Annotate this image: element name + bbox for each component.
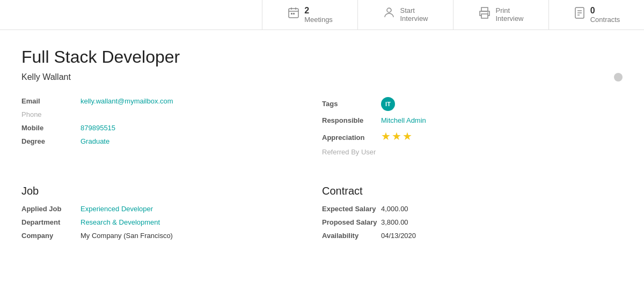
printer-icon (478, 6, 491, 23)
email-label: Email (21, 97, 80, 105)
meta-section: Tags IT Responsible Mitchell Admin Appre… (322, 97, 623, 161)
availability-value: 04/13/2020 (381, 232, 416, 240)
svg-rect-4 (291, 13, 292, 14)
appreciation-row: Appreciation ★ ★ ★ (322, 130, 590, 143)
department-label: Department (21, 218, 80, 226)
degree-label: Degree (21, 137, 80, 145)
email-row: Email kelly.wallant@mymailbox.com (21, 97, 290, 105)
phone-label: Phone (21, 110, 80, 118)
contract-heading: Contract (322, 185, 590, 197)
applied-job-row: Applied Job Experienced Developer (21, 205, 290, 213)
contract-section: Contract Expected Salary 4,000.00 Propos… (322, 170, 623, 245)
status-indicator (614, 73, 623, 81)
availability-row: Availability 04/13/2020 (322, 232, 590, 240)
star-2: ★ (392, 130, 401, 143)
mobile-row: Mobile 879895515 (21, 124, 290, 132)
print-interview-button[interactable]: Print Interview (453, 0, 548, 29)
expected-salary-label: Expected Salary (322, 205, 381, 213)
job-heading: Job (21, 185, 290, 197)
print-interview-line2: Interview (495, 14, 523, 23)
tags-label: Tags (322, 100, 381, 108)
expected-salary-value: 4,000.00 (381, 205, 408, 213)
tag-it-badge[interactable]: IT (381, 97, 395, 111)
svg-rect-7 (481, 8, 488, 11)
job-section: Job Applied Job Experienced Developer De… (21, 170, 322, 245)
applied-job-value[interactable]: Experienced Developer (80, 205, 153, 213)
meetings-count: 2 (304, 5, 309, 16)
responsible-value[interactable]: Mitchell Admin (381, 116, 426, 124)
degree-row: Degree Graduate (21, 137, 290, 145)
company-value: My Company (San Francisco) (80, 232, 173, 240)
top-bar: 2 Meetings Start Interview Print (0, 0, 644, 30)
company-label: Company (21, 232, 80, 240)
referred-row: Referred By User (322, 148, 590, 156)
print-interview-line1: Print (495, 6, 510, 15)
svg-point-6 (387, 8, 391, 12)
referred-label: Referred By User (322, 148, 381, 156)
phone-row: Phone (21, 110, 290, 118)
contact-section: Email kelly.wallant@mymailbox.com Phone … (21, 97, 322, 161)
meetings-label: Meetings (304, 16, 333, 24)
meetings-button[interactable]: 2 Meetings (262, 0, 357, 29)
expected-salary-row: Expected Salary 4,000.00 (322, 205, 590, 213)
contracts-button[interactable]: 0 Contracts (548, 0, 644, 29)
degree-value[interactable]: Graduate (80, 137, 109, 145)
calendar-icon (287, 6, 300, 23)
availability-label: Availability (322, 232, 381, 240)
person-icon (383, 6, 396, 23)
mobile-value[interactable]: 879895515 (80, 124, 115, 132)
bottom-grid: Job Applied Job Experienced Developer De… (21, 170, 623, 245)
responsible-row: Responsible Mitchell Admin (322, 116, 590, 124)
applied-job-label: Applied Job (21, 205, 80, 213)
svg-point-9 (487, 12, 488, 13)
start-interview-line1: Start (400, 6, 414, 15)
proposed-salary-value: 3,800.00 (381, 218, 408, 226)
start-interview-button[interactable]: Start Interview (357, 0, 453, 29)
star-1: ★ (381, 130, 391, 143)
candidate-name: Kelly Wallant (21, 72, 623, 82)
main-content: Full Stack Developer Kelly Wallant Email… (0, 30, 644, 262)
tags-row: Tags IT (322, 97, 590, 111)
start-interview-line2: Interview (400, 14, 428, 23)
email-value[interactable]: kelly.wallant@mymailbox.com (80, 97, 173, 105)
company-row: Company My Company (San Francisco) (21, 232, 290, 240)
star-3: ★ (402, 130, 412, 143)
proposed-salary-row: Proposed Salary 3,800.00 (322, 218, 590, 226)
job-title: Full Stack Developer (21, 47, 623, 67)
appreciation-stars[interactable]: ★ ★ ★ (381, 130, 412, 143)
proposed-salary-label: Proposed Salary (322, 218, 381, 226)
svg-rect-5 (293, 13, 295, 14)
document-icon (573, 6, 586, 23)
appreciation-label: Appreciation (322, 133, 381, 142)
contracts-count: 0 (590, 5, 595, 16)
department-value[interactable]: Research & Development (80, 218, 160, 226)
content-grid: Email kelly.wallant@mymailbox.com Phone … (21, 97, 623, 161)
svg-rect-8 (481, 14, 488, 18)
contracts-label: Contracts (590, 16, 620, 24)
mobile-label: Mobile (21, 124, 80, 132)
responsible-label: Responsible (322, 116, 381, 124)
department-row: Department Research & Development (21, 218, 290, 226)
